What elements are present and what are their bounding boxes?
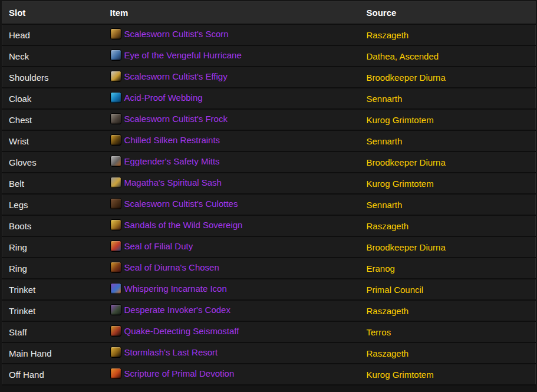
storm-amulet-icon[interactable] bbox=[110, 50, 121, 61]
slot-cell: Staff bbox=[2, 321, 104, 342]
slot-cell: Off Hand bbox=[2, 364, 104, 385]
slot-label: Boots bbox=[9, 221, 31, 231]
item-name[interactable]: Stormlash's Last Resort bbox=[124, 347, 218, 357]
gem-cluster-icon[interactable] bbox=[110, 283, 121, 294]
table-row: Staff Quake-Detecting Seismostaff Terros bbox=[2, 321, 536, 342]
slot-label: Ring bbox=[9, 242, 27, 252]
slot-cell: Neck bbox=[2, 45, 104, 67]
item-cell: Scalesworn Cultist's Frock bbox=[104, 109, 360, 130]
source-link[interactable]: Broodkeeper Diurna bbox=[367, 157, 446, 167]
slot-label: Off Hand bbox=[9, 370, 44, 380]
source-link[interactable]: Sennarth bbox=[367, 136, 403, 146]
item-cell: Magatha's Spiritual Sash bbox=[104, 173, 360, 194]
feather-shoulder-icon[interactable] bbox=[110, 71, 121, 82]
item-link[interactable]: Desperate Invoker's Codex bbox=[110, 304, 230, 315]
source-cell: Kurog Grimtotem bbox=[360, 109, 536, 130]
source-cell: Kurog Grimtotem bbox=[360, 173, 536, 194]
item-cell: Desperate Invoker's Codex bbox=[104, 300, 360, 321]
source-link[interactable]: Primal Council bbox=[367, 285, 424, 295]
codex-book-icon[interactable] bbox=[110, 304, 121, 315]
source-link[interactable]: Raszageth bbox=[367, 348, 409, 358]
blue-cloak-icon[interactable] bbox=[110, 92, 121, 103]
source-cell: Broodkeeper Diurna bbox=[360, 67, 536, 88]
table-row: Wrist Chilled Silken Restraints Sennarth bbox=[2, 130, 536, 151]
gold-axe-icon[interactable] bbox=[110, 347, 121, 358]
mitts-gloves-icon[interactable] bbox=[110, 156, 121, 167]
source-link[interactable]: Sennarth bbox=[367, 200, 403, 210]
item-link[interactable]: Sandals of the Wild Sovereign bbox=[110, 219, 243, 230]
item-name[interactable]: Scalesworn Cultist's Scorn bbox=[124, 29, 229, 39]
source-cell: Raszageth bbox=[360, 215, 536, 236]
item-name[interactable]: Scalesworn Cultist's Culottes bbox=[124, 199, 238, 209]
item-name[interactable]: Acid-Proof Webbing bbox=[124, 93, 203, 103]
item-name[interactable]: Scripture of Primal Devotion bbox=[124, 368, 235, 378]
source-link[interactable]: Raszageth bbox=[367, 306, 409, 316]
item-link[interactable]: Eggtender's Safety Mitts bbox=[110, 156, 220, 167]
item-name[interactable]: Quake-Detecting Seismostaff bbox=[124, 326, 239, 336]
source-link[interactable]: Kurog Grimtotem bbox=[367, 370, 434, 380]
slot-cell: Wrist bbox=[2, 130, 104, 151]
source-link[interactable]: Broodkeeper Diurna bbox=[367, 73, 446, 83]
item-link[interactable]: Seal of Diurna's Chosen bbox=[110, 262, 219, 273]
item-name[interactable]: Scalesworn Cultist's Effigy bbox=[124, 71, 228, 81]
item-link[interactable]: Eye of the Vengeful Hurricane bbox=[110, 50, 242, 61]
item-link[interactable]: Scripture of Primal Devotion bbox=[110, 368, 235, 379]
source-link[interactable]: Broodkeeper Diurna bbox=[367, 242, 446, 252]
item-link[interactable]: Scalesworn Cultist's Scorn bbox=[110, 28, 229, 39]
item-link[interactable]: Quake-Detecting Seismostaff bbox=[110, 325, 239, 337]
item-cell: Eggtender's Safety Mitts bbox=[104, 151, 360, 173]
source-link[interactable]: Kurog Grimtotem bbox=[367, 179, 434, 189]
robe-chest-icon[interactable] bbox=[110, 113, 121, 124]
seismo-staff-icon[interactable] bbox=[110, 325, 121, 337]
item-link[interactable]: Seal of Filial Duty bbox=[110, 241, 193, 252]
item-name[interactable]: Sandals of the Wild Sovereign bbox=[124, 220, 243, 230]
slot-cell: Main Hand bbox=[2, 342, 104, 364]
slot-label: Legs bbox=[9, 200, 28, 210]
item-link[interactable]: Stormlash's Last Resort bbox=[110, 347, 218, 358]
item-name[interactable]: Seal of Filial Duty bbox=[124, 241, 193, 251]
source-link[interactable]: Terros bbox=[367, 327, 391, 337]
item-link[interactable]: Acid-Proof Webbing bbox=[110, 92, 203, 103]
red-gold-ring-icon[interactable] bbox=[110, 241, 121, 252]
table-row: Legs Scalesworn Cultist's Culottes Senna… bbox=[2, 194, 536, 215]
item-link[interactable]: Scalesworn Cultist's Effigy bbox=[110, 71, 228, 82]
source-link[interactable]: Kurog Grimtotem bbox=[367, 115, 434, 125]
column-header-source: Source bbox=[360, 2, 536, 25]
slot-label: Head bbox=[9, 30, 30, 40]
item-name[interactable]: Whispering Incarnate Icon bbox=[124, 284, 227, 294]
item-link[interactable]: Magatha's Spiritual Sash bbox=[110, 177, 222, 188]
table-row: Neck Eye of the Vengeful Hurricane Dathe… bbox=[2, 45, 536, 67]
source-link[interactable]: Raszageth bbox=[367, 30, 409, 40]
slot-label: Wrist bbox=[9, 136, 29, 146]
source-link[interactable]: Dathea, Ascended bbox=[367, 51, 439, 61]
slot-label: Staff bbox=[9, 327, 27, 337]
item-link[interactable]: Chilled Silken Restraints bbox=[110, 134, 220, 146]
gold-seal-ring-icon[interactable] bbox=[110, 262, 121, 273]
item-link[interactable]: Whispering Incarnate Icon bbox=[110, 283, 227, 294]
slot-cell: Shoulders bbox=[2, 67, 104, 88]
slot-cell: Head bbox=[2, 24, 104, 45]
item-link[interactable]: Scalesworn Cultist's Frock bbox=[110, 113, 228, 124]
source-link[interactable]: Raszageth bbox=[367, 221, 409, 231]
item-name[interactable]: Desperate Invoker's Codex bbox=[124, 305, 230, 315]
item-name[interactable]: Eye of the Vengeful Hurricane bbox=[124, 50, 242, 60]
source-link[interactable]: Sennarth bbox=[367, 94, 403, 104]
cloth-helm-icon[interactable] bbox=[110, 28, 121, 39]
item-name[interactable]: Scalesworn Cultist's Frock bbox=[124, 114, 228, 124]
item-name[interactable]: Seal of Diurna's Chosen bbox=[124, 262, 219, 272]
slot-cell: Trinket bbox=[2, 300, 104, 321]
cloth-pants-icon[interactable] bbox=[110, 198, 121, 209]
item-link[interactable]: Scalesworn Cultist's Culottes bbox=[110, 198, 238, 209]
item-name[interactable]: Eggtender's Safety Mitts bbox=[124, 156, 220, 166]
silk-bracer-icon[interactable] bbox=[110, 134, 121, 146]
table-header-row: Slot Item Source bbox=[2, 2, 536, 25]
flame-tome-icon[interactable] bbox=[110, 368, 121, 379]
source-cell: Kurog Grimtotem bbox=[360, 364, 536, 385]
source-link[interactable]: Eranog bbox=[367, 263, 395, 274]
source-cell: Raszageth bbox=[360, 24, 536, 45]
gold-sandals-icon[interactable] bbox=[110, 219, 121, 230]
item-name[interactable]: Chilled Silken Restraints bbox=[124, 135, 220, 145]
horned-belt-icon[interactable] bbox=[110, 177, 121, 188]
table-row: Head Scalesworn Cultist's Scorn Raszaget… bbox=[2, 24, 536, 45]
item-name[interactable]: Magatha's Spiritual Sash bbox=[124, 177, 222, 187]
